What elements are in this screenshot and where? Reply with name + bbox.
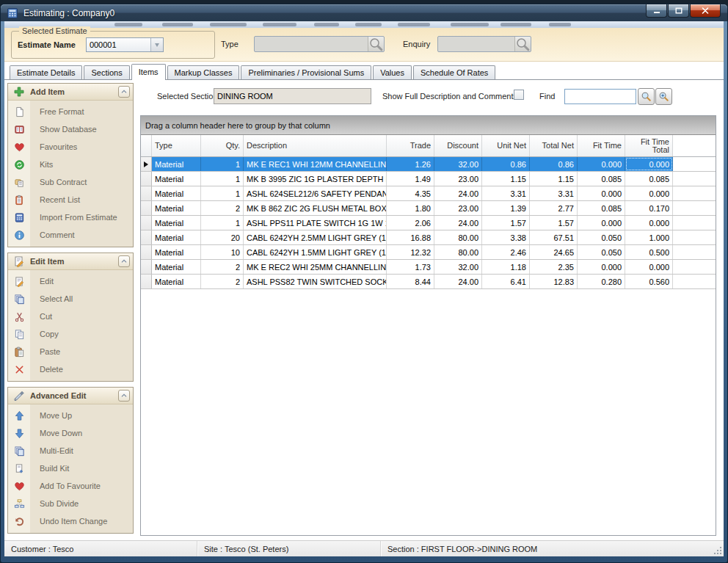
- row-selector-cell[interactable]: [141, 186, 152, 200]
- minimize-button[interactable]: [646, 4, 667, 18]
- tab-estimate-details[interactable]: Estimate Details: [10, 65, 82, 79]
- table-row[interactable]: Material2MK E REC2 WHI 25MM CHANNELLING1…: [141, 260, 716, 275]
- row-selector-cell[interactable]: [141, 230, 152, 244]
- row-selector-cell[interactable]: [141, 260, 152, 274]
- cell-total-net[interactable]: 1.15: [530, 172, 578, 186]
- panel-header-add-item[interactable]: Add Item: [8, 84, 133, 101]
- tab-schedule-of-rates[interactable]: Schedule Of Rates: [413, 65, 495, 79]
- cell-trade[interactable]: 1.49: [387, 172, 434, 186]
- sidebar-item-delete[interactable]: Delete: [8, 360, 133, 378]
- sidebar-item-multi-edit[interactable]: Multi-Edit: [8, 442, 133, 460]
- enquiry-field[interactable]: [437, 36, 531, 52]
- cell-type[interactable]: Material: [152, 172, 201, 186]
- cell-total-net[interactable]: 2.35: [530, 260, 578, 274]
- collapse-button[interactable]: [118, 255, 130, 267]
- table-row[interactable]: Material1MK B 3995 ZIC 1G PLASTER DEPTH …: [141, 172, 716, 186]
- sidebar-item-recent-list[interactable]: Recent List: [8, 191, 133, 208]
- sidebar-item-build-kit[interactable]: Build Kit: [8, 460, 133, 477]
- cell-total-net[interactable]: 3.31: [530, 186, 578, 200]
- row-selector-cell[interactable]: [141, 172, 152, 186]
- cell-unit-net[interactable]: 2.46: [482, 245, 530, 259]
- cell-qty[interactable]: 2: [201, 201, 244, 215]
- cell-discount[interactable]: 80.00: [434, 245, 482, 259]
- titlebar[interactable]: Estimating : Company0: [1, 4, 727, 21]
- cell-qty[interactable]: 1: [201, 216, 244, 230]
- type-search-icon[interactable]: [368, 37, 384, 51]
- sidebar-item-favourites[interactable]: Favourites: [8, 138, 133, 156]
- find-search-button[interactable]: [638, 88, 655, 105]
- cell-trade[interactable]: 12.32: [387, 245, 434, 259]
- table-row[interactable]: Material2ASHL PSS82 TWIN SWITCHED SOCKET…: [141, 275, 716, 289]
- cell-fit-time-total[interactable]: 1.000: [625, 230, 673, 244]
- cell-fit-time[interactable]: 0.000: [578, 216, 625, 230]
- cell-type[interactable]: Material: [152, 275, 201, 288]
- cell-type[interactable]: Material: [152, 201, 201, 215]
- sidebar-item-sub-contract[interactable]: Sub Contract: [8, 173, 133, 191]
- sidebar-item-comment[interactable]: Comment: [8, 226, 133, 244]
- sidebar-item-paste[interactable]: Paste: [8, 343, 133, 360]
- cell-description[interactable]: CABL 6242YH 1.5MM LIGHT GREY (1/1.38)...: [244, 245, 387, 259]
- cell-fit-time-total[interactable]: 0.000: [625, 186, 673, 200]
- cell-unit-net[interactable]: 1.57: [482, 216, 530, 230]
- cell-discount[interactable]: 24.00: [434, 216, 482, 230]
- sidebar-item-cut[interactable]: Cut: [8, 308, 133, 325]
- cell-qty[interactable]: 2: [201, 275, 244, 288]
- group-by-bar[interactable]: Drag a column header here to group by th…: [141, 116, 716, 135]
- table-row[interactable]: Material10CABL 6242YH 1.5MM LIGHT GREY (…: [141, 245, 716, 260]
- cell-description[interactable]: MK B 862 ZIC 2G FLUSH METAL BOX 25M...: [244, 201, 387, 215]
- cell-unit-net[interactable]: 3.38: [482, 230, 530, 244]
- cell-unit-net[interactable]: 3.31: [482, 186, 530, 200]
- cell-unit-net[interactable]: 1.39: [482, 201, 530, 215]
- cell-total-net[interactable]: 24.65: [530, 245, 578, 259]
- panel-header-advanced-edit[interactable]: Advanced Edit: [8, 388, 133, 404]
- selected-section-field[interactable]: DINING ROOM: [214, 88, 371, 104]
- table-row[interactable]: Material20CABL 6242YH 2.5MM LIGHT GREY (…: [141, 230, 716, 245]
- sidebar-item-undo-item-change[interactable]: Undo Item Change: [8, 512, 133, 530]
- table-row[interactable]: Material1MK E REC1 WHI 12MM CHANNELLING1…: [141, 157, 716, 172]
- cell-trade[interactable]: 1.80: [387, 201, 434, 215]
- column-header-fit-time[interactable]: Fit Time: [578, 135, 625, 156]
- sidebar-item-move-down[interactable]: Move Down: [8, 424, 133, 442]
- sidebar-item-edit[interactable]: Edit: [8, 272, 133, 290]
- cell-type[interactable]: Material: [152, 260, 201, 274]
- column-header-description[interactable]: Description: [244, 135, 387, 156]
- column-header-unit-net[interactable]: Unit Net: [482, 135, 530, 156]
- sidebar-item-show-database[interactable]: Show Database: [8, 120, 133, 138]
- row-selector-cell[interactable]: [141, 216, 152, 230]
- sidebar-item-add-to-favourite[interactable]: Add To Favourite: [8, 477, 133, 495]
- cell-description[interactable]: ASHL PPS11 PLATE SWITCH 1G 1W 10A: [244, 216, 387, 230]
- cell-fit-time-total[interactable]: 0.170: [625, 201, 673, 215]
- cell-unit-net[interactable]: 1.15: [482, 172, 530, 186]
- cell-fit-time-total[interactable]: 0.000: [625, 216, 673, 230]
- table-row[interactable]: Material1ASHL PPS11 PLATE SWITCH 1G 1W 1…: [141, 216, 716, 230]
- cell-discount[interactable]: 23.00: [434, 172, 482, 186]
- cell-type[interactable]: Material: [152, 216, 201, 230]
- cell-total-net[interactable]: 67.51: [530, 230, 578, 244]
- cell-fit-time[interactable]: 0.085: [578, 172, 625, 186]
- cell-description[interactable]: MK B 3995 ZIC 1G PLASTER DEPTH MET...: [244, 172, 387, 186]
- cell-discount[interactable]: 32.00: [434, 260, 482, 274]
- cell-total-net[interactable]: 1.57: [530, 216, 578, 230]
- enquiry-search-icon[interactable]: [514, 37, 531, 51]
- cell-unit-net[interactable]: 0.86: [482, 157, 530, 171]
- cell-trade[interactable]: 2.06: [387, 216, 434, 230]
- cell-discount[interactable]: 23.00: [434, 201, 482, 215]
- column-header-qty[interactable]: Qty.: [201, 135, 244, 156]
- show-full-description-checkbox[interactable]: [514, 90, 524, 100]
- cell-trade[interactable]: 4.35: [387, 186, 434, 200]
- tab-sections[interactable]: Sections: [84, 65, 129, 79]
- table-row[interactable]: Material2MK B 862 ZIC 2G FLUSH METAL BOX…: [141, 201, 716, 216]
- cell-unit-net[interactable]: 6.41: [482, 275, 530, 288]
- maximize-button[interactable]: [668, 4, 689, 18]
- cell-description[interactable]: MK E REC1 WHI 12MM CHANNELLING: [244, 157, 387, 171]
- collapse-button[interactable]: [118, 86, 130, 98]
- sidebar-item-free-format[interactable]: Free Format: [8, 103, 133, 120]
- cell-fit-time[interactable]: 0.000: [578, 260, 625, 274]
- cell-fit-time[interactable]: 0.000: [578, 186, 625, 200]
- column-header-trade[interactable]: Trade: [387, 135, 434, 156]
- cell-discount[interactable]: 24.00: [434, 275, 482, 288]
- cell-qty[interactable]: 20: [201, 230, 244, 244]
- find-input[interactable]: [564, 89, 636, 104]
- table-row[interactable]: Material1ASHL 624SEL212/6 SAFETY PENDANT…: [141, 186, 716, 201]
- cell-qty[interactable]: 1: [201, 186, 244, 200]
